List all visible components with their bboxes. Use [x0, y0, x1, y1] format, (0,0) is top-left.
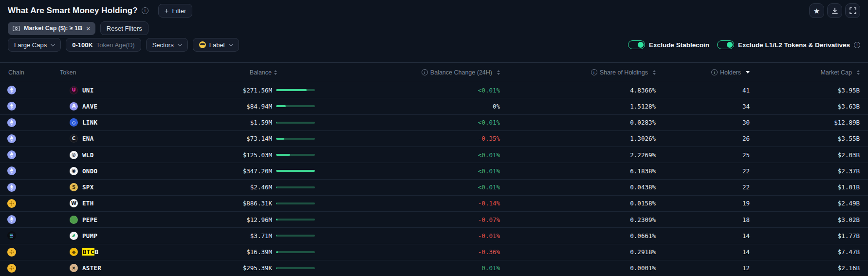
table-row[interactable]: ◇LINK$1.59M<0.01%0.0283%30$12.89B	[0, 114, 868, 130]
table-row[interactable]: ◉ONDO$347.20M<0.01%6.1838%22$2.37B	[0, 163, 868, 179]
table-row[interactable]: WETH$886.31K-0.14%0.0158%19$2.49B	[0, 195, 868, 211]
balance-change-value: 0%	[320, 103, 500, 110]
table-row[interactable]: UUNI$271.56M<0.01%4.8366%41$3.95B	[0, 82, 868, 98]
table-row[interactable]: CENA$73.14M-0.35%1.3026%26$3.55B	[0, 130, 868, 147]
token-icon: S	[70, 183, 78, 191]
exclude-stablecoin-toggle[interactable]: Exclude Stablecoin	[628, 40, 709, 49]
token-cell[interactable]: ◗PUMP	[54, 232, 217, 240]
table-row[interactable]: ◗PUMP$3.71M-0.01%0.0661%14$1.77B	[0, 227, 868, 243]
token-cell[interactable]: UUNI	[54, 86, 217, 94]
table-row[interactable]: ◆BTCB$16.39M-0.36%0.2918%14$7.47B	[0, 244, 868, 260]
chevron-down-icon	[228, 41, 233, 46]
balance-value: $12.96M	[217, 216, 272, 223]
balance-bar-fill	[276, 235, 277, 237]
token-icon: C	[70, 134, 78, 143]
download-icon	[831, 7, 838, 14]
ethereum-chain-icon	[7, 166, 16, 175]
share-of-holdings-value: 0.2309%	[500, 216, 656, 223]
token-cell[interactable]: SSPX	[54, 183, 217, 191]
token-age-filter[interactable]: 0-100K Token Age(D)	[66, 38, 141, 52]
token-symbol: UNI	[82, 87, 93, 94]
token-symbol: PEPE	[82, 216, 97, 223]
fullscreen-button[interactable]	[845, 3, 860, 18]
balance-bar	[276, 202, 315, 204]
share-of-holdings-value: 0.0001%	[500, 264, 656, 272]
balance-cell: $2.46M	[217, 184, 320, 191]
sectors-dropdown[interactable]: Sectors	[146, 38, 188, 52]
download-button[interactable]	[827, 3, 842, 18]
token-symbol: ENA	[82, 135, 93, 142]
title-info-icon[interactable]: i	[142, 7, 148, 14]
table-row[interactable]: ×ASTER$295.39K0.01%0.0001%12$2.16B	[0, 260, 868, 276]
chain-cell	[0, 183, 54, 192]
balance-bar	[276, 267, 315, 269]
token-cell[interactable]: WETH	[54, 199, 217, 207]
token-symbol: PUMP	[82, 232, 97, 239]
holdings-table: Chain Token Balance i Balance Change (24…	[0, 62, 868, 276]
share-of-holdings-value: 4.8366%	[500, 87, 656, 94]
fullscreen-icon	[850, 7, 856, 14]
balance-bar-fill	[276, 138, 284, 140]
table-row[interactable]: SSPX$2.46M<0.01%0.0438%22$1.01B	[0, 179, 868, 195]
token-cell[interactable]: CENA	[54, 134, 217, 143]
column-header-holders[interactable]: i Holders	[656, 69, 750, 76]
market-cap-value: $12.89B	[750, 119, 868, 126]
token-symbol: ASTER	[82, 264, 101, 272]
active-filter-chip[interactable]: Market Cap ($): ≥ 1B ×	[8, 22, 95, 35]
holders-value: 41	[656, 87, 750, 94]
token-cell[interactable]: AAAVE	[54, 102, 217, 110]
column-header-balance[interactable]: Balance	[217, 69, 320, 76]
reset-filters-button[interactable]: Reset Filters	[100, 21, 148, 35]
toggle-switch-on[interactable]	[628, 40, 645, 49]
token-cell[interactable]: ×ASTER	[54, 264, 217, 272]
chain-cell	[0, 264, 54, 273]
balance-value: $73.14M	[217, 135, 272, 142]
token-cell[interactable]: ◉ONDO	[54, 167, 217, 175]
balance-bar	[276, 105, 315, 107]
balance-change-value: 0.01%	[320, 264, 500, 272]
column-label: Token	[60, 69, 76, 76]
market-cap-size-dropdown[interactable]: Large Caps	[8, 38, 61, 52]
add-filter-button[interactable]: + Filter	[158, 4, 193, 18]
holders-value: 22	[656, 184, 750, 191]
ethereum-chain-icon	[7, 118, 16, 127]
table-row[interactable]: AAAVE$84.94M0%1.5128%34$3.63B	[0, 98, 868, 114]
token-cell[interactable]: PEPE	[54, 216, 217, 224]
toggle-knob	[638, 42, 644, 48]
ethereum-chain-icon	[7, 150, 16, 159]
market-cap-value: $3.02B	[750, 216, 868, 223]
ethereum-chain-icon	[7, 86, 16, 94]
ethereum-chain-icon	[7, 183, 16, 192]
exclude-l1l2-toggle[interactable]: Exclude L1/L2 Tokens & Derivatives i	[717, 40, 860, 49]
ethereum-chain-icon	[7, 102, 16, 110]
reset-filters-label: Reset Filters	[107, 25, 142, 32]
token-cell[interactable]: ◎WLD	[54, 151, 217, 159]
remove-filter-icon[interactable]: ×	[86, 25, 91, 32]
column-header-balance-change[interactable]: i Balance Change (24H)	[320, 69, 500, 76]
chevron-down-icon	[177, 41, 182, 46]
token-cell[interactable]: ◇LINK	[54, 118, 217, 127]
column-label: Chain	[8, 69, 24, 76]
table-row[interactable]: PEPE$12.96M-0.07%0.2309%18$3.02B	[0, 211, 868, 227]
label-dropdown[interactable]: Label	[193, 38, 239, 52]
balance-bar	[276, 235, 315, 237]
holders-value: 19	[656, 200, 750, 207]
balance-value: $84.94M	[217, 103, 272, 110]
table-actions: ★	[809, 3, 860, 18]
token-cell[interactable]: ◆BTCB	[54, 248, 217, 256]
column-header-market-cap[interactable]: Market Cap	[750, 69, 868, 76]
market-cap-value: $3.63B	[750, 103, 868, 110]
info-icon: i	[422, 69, 428, 75]
toggle-switch-on[interactable]	[717, 40, 734, 49]
chain-cell	[0, 102, 54, 110]
balance-cell: $125.03M	[217, 151, 320, 159]
info-icon[interactable]: i	[854, 42, 860, 48]
balance-value: $886.31K	[217, 200, 272, 207]
favorite-button[interactable]: ★	[809, 3, 824, 18]
token-icon: ◉	[70, 167, 78, 175]
chain-cell	[0, 231, 54, 240]
table-row[interactable]: ◎WLD$125.03M<0.01%2.2269%25$2.03B	[0, 147, 868, 163]
market-cap-value: $2.03B	[750, 151, 868, 159]
column-header-share-of-holdings[interactable]: i Share of Holdings	[500, 69, 656, 76]
column-label: Share of Holdings	[600, 69, 648, 76]
